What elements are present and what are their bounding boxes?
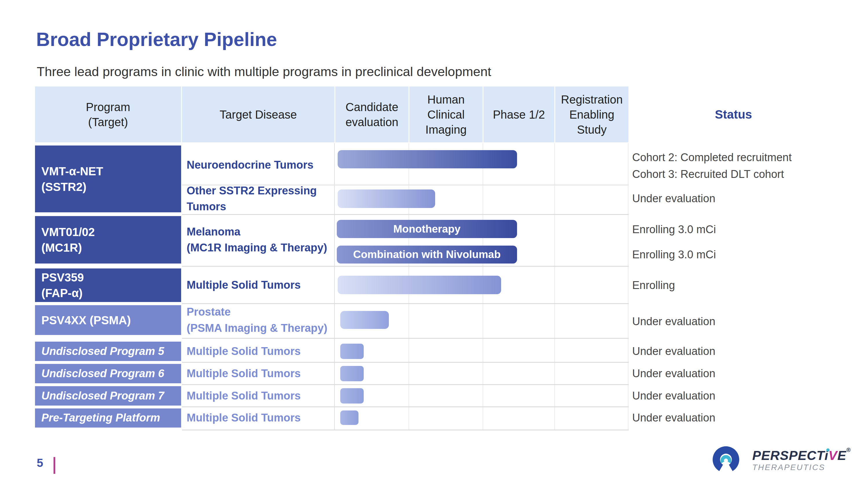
program-cell-psv4xx: PSV4XX (PSMA) [35, 305, 181, 335]
progress-bar-undisclosed-7 [340, 388, 364, 403]
page-number-divider [54, 457, 55, 474]
progress-bar-pre-targeting [340, 411, 359, 425]
disease-melanoma: Melanoma (MC1R Imaging & Therapy) [187, 216, 333, 263]
progress-bar-psv359 [338, 276, 501, 294]
logo-text-i: i [825, 448, 829, 463]
status-pre-targeting: Under evaluation [632, 411, 861, 424]
header-target-disease: Target Disease [182, 87, 335, 142]
status-undisclosed-5: Under evaluation [632, 345, 861, 358]
disease-multiple-solid-tumors-u5: Multiple Solid Tumors [187, 341, 333, 361]
status-cohort-3: Cohort 3: Recruited DLT cohort [632, 167, 861, 181]
progress-bar-psv4xx [340, 311, 389, 329]
program-cell-vmt01-02: VMT01/02 (MC1R) [35, 216, 181, 263]
bar-track [335, 150, 629, 168]
bar-track: Monotherapy [335, 220, 629, 238]
status-combination: Enrolling 3.0 mCi [632, 248, 861, 261]
header-candidate-evaluation: Candidate evaluation [335, 87, 408, 142]
progress-bar-undisclosed-6 [340, 366, 364, 381]
bar-track [335, 311, 629, 329]
program-cell-vmt-a-net: VMT-α-NET (SSTR2) [35, 145, 181, 212]
progress-bar-combination-nivolumab: Combination with Nivolumab [337, 246, 517, 263]
header-human-clinical-imaging: Human Clinical Imaging [409, 87, 483, 142]
row-divider [182, 362, 629, 363]
disease-neuroendocrine-tumors: Neuroendocrine Tumors [187, 145, 333, 185]
row-divider [182, 266, 629, 267]
row-divider [182, 384, 629, 385]
row-divider [182, 338, 629, 339]
progress-bar-monotherapy: Monotherapy [337, 220, 517, 238]
disease-multiple-solid-tumors-psv359: Multiple Solid Tumors [187, 268, 333, 302]
program-cell-undisclosed-5: Undisclosed Program 5 [35, 341, 181, 361]
page-number: 5 [37, 456, 43, 469]
status-undisclosed-7: Under evaluation [632, 389, 861, 402]
status-other-sstr2: Under evaluation [632, 192, 861, 205]
bar-track [335, 366, 629, 381]
row-divider [182, 406, 629, 407]
logo-text-perspect: PERSPECT [752, 448, 825, 463]
disease-multiple-solid-tumors-u6: Multiple Solid Tumors [187, 364, 333, 383]
status-cohort-2: Cohort 2: Completed recruitment [632, 151, 861, 164]
status-monotherapy: Enrolling 3.0 mCi [632, 223, 861, 236]
status-psv359: Enrolling [632, 279, 861, 292]
program-cell-undisclosed-7: Undisclosed Program 7 [35, 386, 181, 405]
disease-other-sstr2: Other SSTR2 Expressing Tumors [187, 185, 333, 212]
header-registration-enabling-study: Registration Enabling Study [555, 87, 628, 142]
program-cell-psv359: PSV359 (FAP-α) [35, 268, 181, 302]
progress-bar-other-sstr2 [338, 190, 435, 208]
perspective-logo-wordmark: PERSPECTiVE® [752, 447, 851, 463]
program-cell-pre-targeting: Pre-Targeting Platform [35, 409, 181, 427]
progress-bar-undisclosed-5 [340, 344, 364, 359]
disease-prostate: Prostate (PSMA Imaging & Therapy) [187, 305, 333, 335]
bar-track [335, 411, 629, 425]
header-status: Status [632, 87, 835, 142]
registered-trademark-icon: ® [846, 447, 851, 453]
logo-text-e: E [837, 448, 846, 463]
perspective-logo-therapeutics: THERAPEUTICS [752, 463, 825, 472]
row-divider [182, 429, 629, 430]
status-undisclosed-6: Under evaluation [632, 367, 861, 380]
bar-track: Combination with Nivolumab [335, 246, 629, 263]
progress-bar-neuroendocrine [338, 150, 517, 168]
disease-multiple-solid-tumors-pre: Multiple Solid Tumors [187, 409, 333, 427]
header-program-target: Program (Target) [35, 87, 181, 142]
header-phase-1-2: Phase 1/2 [484, 87, 554, 142]
disease-multiple-solid-tumors-u7: Multiple Solid Tumors [187, 386, 333, 405]
page-subtitle: Three lead programs in clinic with multi… [37, 64, 491, 79]
perspective-logo-icon [711, 444, 741, 474]
status-psv4xx: Under evaluation [632, 315, 861, 328]
bar-track [335, 276, 629, 294]
logo-text-v: V [828, 448, 837, 463]
bar-track [335, 388, 629, 403]
bar-track [335, 190, 629, 208]
page-title: Broad Proprietary Pipeline [36, 28, 277, 50]
bar-track [335, 344, 629, 359]
program-cell-undisclosed-6: Undisclosed Program 6 [35, 364, 181, 383]
